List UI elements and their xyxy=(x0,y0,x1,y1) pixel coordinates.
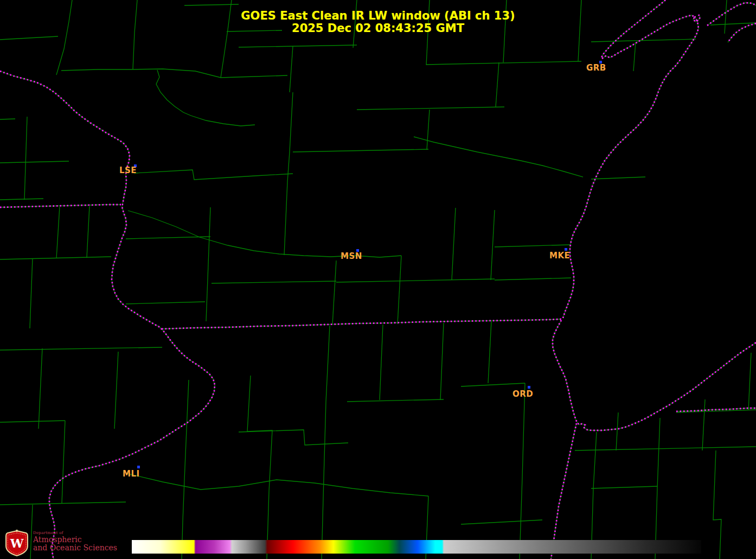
county-boundary-line xyxy=(426,61,581,65)
title-line1: GOES East Clean IR LW window (ABI ch 13) xyxy=(0,10,756,22)
county-boundary-line xyxy=(284,182,287,255)
county-boundary-line xyxy=(591,486,657,488)
county-boundary-line xyxy=(212,281,336,283)
county-boundary-line xyxy=(61,69,287,78)
county-boundary-line xyxy=(440,323,444,400)
temperature-colorbar xyxy=(132,540,701,554)
logo-line2: and Oceanic Sciences xyxy=(33,544,117,552)
city-label-LSE: LSE xyxy=(119,166,137,175)
county-boundary-line xyxy=(591,177,645,179)
city-label-MSN: MSN xyxy=(341,251,362,261)
county-boundary-line xyxy=(182,380,189,559)
county-boundary-line xyxy=(247,376,272,559)
county-boundary-line xyxy=(206,207,210,321)
state-border-dotted xyxy=(0,205,121,207)
county-boundary-line xyxy=(616,412,618,450)
county-boundary-line xyxy=(0,502,126,505)
county-boundary-line xyxy=(239,45,357,47)
county-boundary-line xyxy=(62,421,65,504)
county-boundary-line xyxy=(496,62,499,107)
aos-logo: W Department of Atmospheric and Oceanic … xyxy=(4,530,117,557)
county-boundary-line xyxy=(293,149,428,152)
county-boundary-line xyxy=(655,418,660,559)
county-boundary-line xyxy=(134,170,293,180)
county-boundary-line xyxy=(126,473,428,496)
county-boundary-line xyxy=(114,352,118,429)
county-boundary-line xyxy=(126,237,210,239)
county-boundary-line xyxy=(398,256,401,324)
county-boundary-line xyxy=(0,257,111,259)
county-boundary-line xyxy=(156,70,255,126)
county-boundary-line xyxy=(0,36,58,40)
uw-crest-icon: W xyxy=(4,530,29,557)
county-boundary-line xyxy=(56,207,60,258)
city-dot-MLI xyxy=(137,466,140,468)
satellite-map xyxy=(0,0,756,559)
county-boundary-line xyxy=(414,137,583,177)
county-boundary-line xyxy=(495,245,570,247)
county-boundary-line xyxy=(427,110,430,150)
county-boundary-line xyxy=(0,199,43,200)
county-boundary-line xyxy=(347,399,444,402)
county-boundary-line xyxy=(488,321,491,383)
county-boundary-line xyxy=(520,383,525,559)
image-title: GOES East Clean IR LW window (ABI ch 13)… xyxy=(0,10,756,35)
aos-logo-text: Department of Atmospheric and Oceanic Sc… xyxy=(33,530,117,552)
county-boundary-line xyxy=(713,450,721,559)
state-border-dotted xyxy=(563,16,699,318)
county-boundary-line xyxy=(0,421,65,422)
state-border-dotted xyxy=(553,320,756,430)
county-boundary-line xyxy=(290,46,293,92)
county-boundary-line xyxy=(30,258,33,328)
county-boundary-line xyxy=(748,353,751,410)
city-label-MLI: MLI xyxy=(123,469,140,479)
county-boundary-line xyxy=(380,325,383,400)
county-boundary-line xyxy=(287,92,293,182)
county-boundary-line xyxy=(0,347,162,350)
city-label-GRB: GRB xyxy=(586,63,606,73)
county-boundary-line xyxy=(357,107,504,110)
county-boundary-line xyxy=(126,302,205,304)
county-boundary-line xyxy=(184,4,239,5)
county-boundary-line xyxy=(575,447,756,450)
county-boundary-line xyxy=(491,210,495,280)
county-boundary-line xyxy=(336,279,495,282)
title-line2: 2025 Dec 02 08:43:25 GMT xyxy=(0,22,756,35)
county-boundary-line xyxy=(461,520,542,524)
county-boundary-line xyxy=(591,39,696,42)
county-boundary-line xyxy=(633,42,636,71)
city-dot-ORD xyxy=(528,386,530,389)
logo-line1: Atmospheric xyxy=(33,536,117,544)
county-boundary-line xyxy=(39,348,42,429)
county-boundary-line xyxy=(332,261,336,325)
state-border-underlay xyxy=(551,423,576,559)
county-boundary-line xyxy=(87,206,89,258)
city-label-MKE: MKE xyxy=(549,251,570,261)
county-boundary-line xyxy=(495,278,571,280)
goes-satellite-viewer: GOES East Clean IR LW window (ABI ch 13)… xyxy=(0,0,756,559)
county-boundary-line xyxy=(0,161,69,163)
county-boundary-line xyxy=(0,119,15,119)
state-border-dotted xyxy=(551,423,576,559)
county-boundary-line xyxy=(239,430,348,445)
state-border-underlay xyxy=(563,16,699,318)
county-boundary-line xyxy=(461,383,525,386)
city-label-ORD: ORD xyxy=(512,389,533,399)
county-boundary-line xyxy=(24,117,27,200)
county-boundary-line xyxy=(452,208,456,280)
county-boundary-line xyxy=(128,211,401,257)
county-boundary-line xyxy=(702,399,705,450)
svg-text:W: W xyxy=(10,536,24,550)
county-boundary-line xyxy=(322,326,330,559)
